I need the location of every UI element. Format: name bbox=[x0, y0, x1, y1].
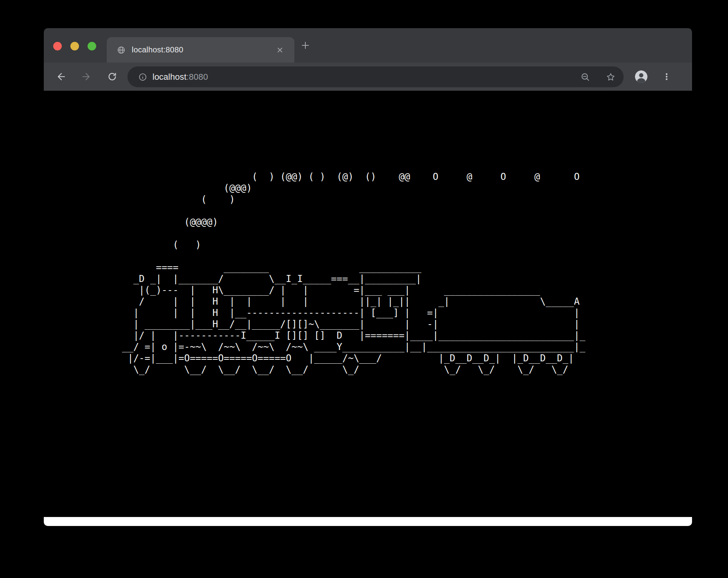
tab-title: localhost:8080 bbox=[132, 37, 183, 63]
address-bar[interactable]: localhost:8080 bbox=[127, 66, 624, 87]
browser-window: localhost:8080 bbox=[44, 28, 692, 526]
tab-close-icon[interactable] bbox=[277, 47, 283, 53]
tab-strip: localhost:8080 bbox=[44, 28, 692, 63]
url-port: :8080 bbox=[186, 72, 208, 82]
zoom-out-icon[interactable] bbox=[581, 72, 590, 82]
url-host: localhost bbox=[152, 72, 186, 82]
globe-icon bbox=[117, 46, 126, 54]
reload-button[interactable] bbox=[107, 72, 117, 82]
back-button[interactable] bbox=[56, 72, 66, 82]
forward-arrow-icon bbox=[81, 72, 91, 82]
ascii-art-train: ( ) (@@) ( ) (@) () @@ O @ O @ O (@@@) (… bbox=[122, 171, 585, 375]
back-arrow-icon bbox=[56, 72, 66, 82]
zoom-button[interactable] bbox=[88, 42, 96, 50]
terminal-screen: ( ) (@@) ( ) (@) () @@ O @ O @ O (@@@) (… bbox=[44, 91, 692, 517]
close-button[interactable] bbox=[53, 42, 62, 50]
kebab-menu-icon[interactable] bbox=[662, 72, 671, 81]
avatar-icon[interactable] bbox=[635, 70, 647, 83]
new-tab-button[interactable] bbox=[301, 41, 310, 50]
bookmark-star-icon[interactable] bbox=[606, 72, 615, 82]
traffic-lights bbox=[53, 42, 96, 50]
forward-button[interactable] bbox=[81, 72, 91, 82]
window-bottom-strip bbox=[44, 517, 692, 526]
info-icon[interactable] bbox=[138, 73, 147, 81]
navigation-toolbar: localhost:8080 bbox=[44, 63, 692, 91]
minimize-button[interactable] bbox=[70, 42, 79, 50]
url-text: localhost:8080 bbox=[152, 66, 208, 87]
browser-tab[interactable]: localhost:8080 bbox=[107, 37, 294, 63]
reload-icon bbox=[107, 72, 117, 82]
